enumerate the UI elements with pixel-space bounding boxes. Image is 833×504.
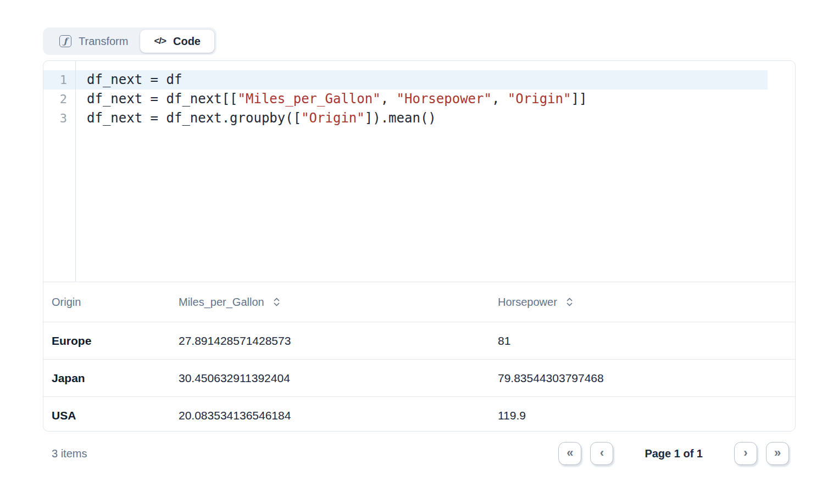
editor-lines: 1df_next = df2df_next = df_next[["Miles_…	[43, 70, 768, 128]
code-token: df_next = df	[87, 72, 182, 87]
column-header-content: Origin	[52, 296, 179, 309]
column-header-content: Miles_per_Gallon	[179, 296, 498, 309]
previous-page-icon: ‹	[600, 446, 604, 460]
string-token: "Horsepower"	[397, 91, 492, 107]
sort-icon[interactable]	[565, 296, 574, 307]
code-token: ]).mean()	[365, 110, 436, 126]
string-token: "Origin"	[508, 91, 571, 107]
code-line-content: df_next = df_next[["Miles_per_Gallon", "…	[75, 89, 587, 109]
cell-value: 27.891428571428573	[179, 334, 498, 348]
column-header-content: Horsepower	[498, 296, 795, 309]
view-mode-tabs: ƒ Transform </> Code	[43, 27, 216, 55]
editor-line[interactable]: 3df_next = df_next.groupby(["Origin"]).m…	[43, 109, 768, 128]
pagination-footer: 3 items « ‹ Page 1 of 1 › »	[43, 438, 789, 469]
function-icon: ƒ	[59, 35, 71, 47]
next-page-icon: ›	[743, 446, 747, 460]
code-line-content: df_next = df	[75, 70, 182, 89]
cell-value: 20.083534136546184	[179, 409, 498, 422]
cell-value: 119.9	[498, 409, 795, 422]
line-number: 2	[43, 89, 75, 109]
last-page-icon: »	[774, 446, 781, 460]
last-page-button[interactable]: »	[766, 442, 789, 465]
first-page-icon: «	[567, 446, 573, 460]
cell-origin: USA	[43, 409, 179, 422]
table-row: Japan30.45063291139240479.83544303797468	[43, 359, 795, 396]
editor-line[interactable]: 1df_next = df	[43, 70, 768, 89]
table-body: Europe27.89142857142857381Japan30.450632…	[43, 322, 795, 432]
column-header-miles_per_gallon[interactable]: Miles_per_Gallon	[179, 296, 498, 309]
table-row: Europe27.89142857142857381	[43, 322, 795, 359]
column-header-label: Origin	[52, 296, 81, 309]
column-header-label: Horsepower	[498, 296, 557, 309]
code-line-content: df_next = df_next.groupby(["Origin"]).me…	[75, 109, 436, 128]
gutter-divider	[75, 61, 76, 282]
previous-page-button[interactable]: ‹	[590, 442, 613, 465]
tab-transform[interactable]: ƒ Transform	[43, 27, 140, 55]
code-token: ]]	[571, 91, 587, 107]
string-token: "Origin"	[301, 110, 365, 126]
code-token: ,	[492, 91, 508, 107]
page-indicator: Page 1 of 1	[645, 447, 703, 460]
cell-origin: Europe	[43, 334, 179, 348]
column-header-label: Miles_per_Gallon	[179, 296, 264, 309]
column-header-horsepower[interactable]: Horsepower	[498, 296, 795, 309]
code-token: df_next = df_next.groupby([	[87, 110, 301, 126]
items-count: 3 items	[43, 447, 87, 460]
editor-line[interactable]: 2df_next = df_next[["Miles_per_Gallon", …	[43, 89, 768, 109]
pager: « ‹ Page 1 of 1 › »	[558, 442, 789, 465]
tab-transform-label: Transform	[79, 35, 128, 48]
line-number: 3	[43, 109, 75, 128]
sort-icon[interactable]	[273, 296, 281, 307]
cell-value: 79.83544303797468	[498, 372, 795, 385]
cell-value: 30.450632911392404	[179, 372, 498, 385]
next-page-button[interactable]: ›	[734, 442, 757, 465]
string-token: "Miles_per_Gallon"	[238, 91, 381, 107]
cell-value: 81	[498, 334, 795, 348]
cell-origin: Japan	[43, 372, 179, 385]
tab-code-label: Code	[173, 35, 201, 48]
code-editor[interactable]: 1df_next = df2df_next = df_next[["Miles_…	[43, 61, 795, 282]
first-page-button[interactable]: «	[558, 442, 581, 465]
result-table: OriginMiles_per_GallonHorsepower Europe2…	[43, 282, 795, 432]
page: ƒ Transform </> Code 1df_next = df2df_ne…	[0, 0, 833, 504]
code-token: df_next = df_next[[	[87, 91, 238, 107]
table-row: USA20.083534136546184119.9	[43, 396, 795, 432]
column-header-origin: Origin	[43, 296, 179, 309]
code-token: ,	[381, 91, 397, 107]
code-icon: </>	[154, 36, 166, 47]
tab-code[interactable]: </> Code	[140, 30, 214, 53]
table-header-row: OriginMiles_per_GallonHorsepower	[43, 282, 795, 322]
code-and-results-card: 1df_next = df2df_next = df_next[["Miles_…	[43, 60, 796, 432]
line-number: 1	[43, 70, 75, 89]
